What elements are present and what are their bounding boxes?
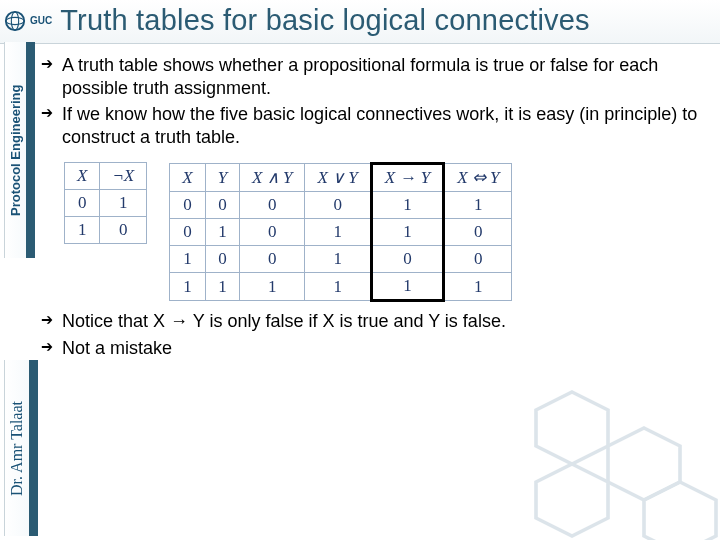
title-bar: GUC Truth tables for basic logical conne… <box>0 0 720 44</box>
truth-tables-row: X ¬X 0 1 1 0 X Y X ∧ Y X ∨ Y X → Y X ⇔ Y <box>64 162 710 302</box>
table-row: 111111 <box>170 273 512 301</box>
table-header: ¬X <box>100 163 147 190</box>
bullet-item: Notice that X → Y is only false if X is … <box>40 308 710 335</box>
table-header: X → Y <box>371 164 443 192</box>
bullet-item: If we know how the five basic logical co… <box>40 101 710 150</box>
negation-truth-table: X ¬X 0 1 1 0 <box>64 162 147 244</box>
connectives-truth-table: X Y X ∧ Y X ∨ Y X → Y X ⇔ Y 000011 01011… <box>169 162 512 302</box>
bottom-bullet-list: Notice that X → Y is only false if X is … <box>40 308 710 361</box>
logo-text: GUC <box>30 15 52 26</box>
table-header: X ⇔ Y <box>444 164 512 192</box>
sidebar-author-label: Dr. Amr Talaat <box>4 360 38 536</box>
table-header: X <box>170 164 205 192</box>
bullet-item: A truth table shows whether a propositio… <box>40 52 710 101</box>
table-header: X <box>65 163 100 190</box>
svg-point-4 <box>6 11 24 29</box>
table-header: X ∨ Y <box>305 164 371 192</box>
table-header: X ∧ Y <box>240 164 305 192</box>
svg-point-5 <box>6 17 24 24</box>
slide-title: Truth tables for basic logical connectiv… <box>60 4 590 37</box>
sidebar-course-label: Protocol Engineering <box>4 42 35 258</box>
guc-logo: GUC <box>4 10 52 32</box>
table-row: 010110 <box>170 219 512 246</box>
table-row: 0 1 <box>65 190 147 217</box>
slide-content: A truth table shows whether a propositio… <box>40 46 710 530</box>
table-row: 000011 <box>170 192 512 219</box>
top-bullet-list: A truth table shows whether a propositio… <box>40 52 710 150</box>
bullet-item: Not a mistake <box>40 335 710 362</box>
table-header: Y <box>205 164 239 192</box>
table-row: 1 0 <box>65 217 147 244</box>
table-row: 100100 <box>170 246 512 273</box>
globe-icon <box>4 10 26 32</box>
svg-point-6 <box>11 11 18 29</box>
